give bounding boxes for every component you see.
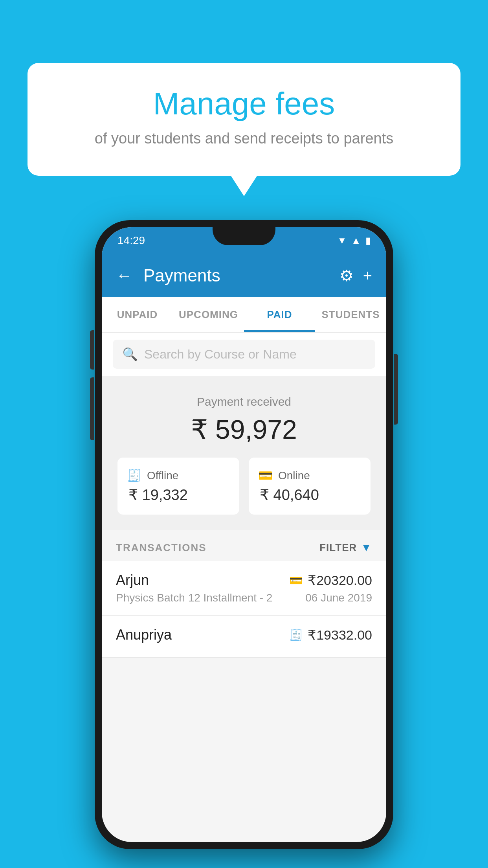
signal-icon: ▲ [351,235,361,246]
phone-mockup: 14:29 ▼ ▲ ▮ ← Payments ⚙ + UNPAID [95,220,393,849]
transaction-amount: ₹19332.00 [308,627,372,643]
transaction-date: 06 June 2019 [305,592,372,604]
student-name: Arjun [116,572,149,588]
transaction-amount-wrap: 🧾 ₹19332.00 [289,627,372,643]
bubble-title: Manage fees [59,86,429,121]
online-amount: ₹ 40,640 [258,486,319,504]
online-card: 💳 Online ₹ 40,640 [249,458,371,515]
speech-bubble-wrapper: Manage fees of your students and send re… [28,63,460,176]
filter-button[interactable]: FILTER ▼ [319,541,372,554]
payment-summary: Payment received ₹ 59,972 🧾 Offline ₹ 19… [102,376,386,530]
offline-icon: 🧾 [127,469,141,482]
online-card-header: 💳 Online [258,469,310,482]
speech-bubble: Manage fees of your students and send re… [28,63,460,176]
search-placeholder: Search by Course or Name [144,347,297,362]
app-bar-actions: ⚙ + [339,267,372,285]
online-label: Online [278,469,310,482]
payment-total-amount: ₹ 59,972 [117,414,371,445]
side-button-right [394,354,398,425]
side-button-volume [90,377,94,440]
battery-icon: ▮ [365,235,371,246]
payment-cards: 🧾 Offline ₹ 19,332 💳 Online ₹ 40,640 [117,458,371,515]
side-button [90,330,94,370]
tab-upcoming[interactable]: UPCOMING [173,297,244,332]
tab-paid[interactable]: PAID [244,297,315,332]
status-icons: ▼ ▲ ▮ [337,235,371,246]
transaction-amount: ₹20320.00 [308,572,372,588]
course-name: Physics Batch 12 Installment - 2 [116,592,272,604]
wifi-icon: ▼ [337,235,347,246]
search-icon: 🔍 [122,347,138,362]
transactions-label: TRANSACTIONS [116,542,207,554]
offline-amount: ₹ 19,332 [127,486,188,504]
payment-received-label: Payment received [117,395,371,408]
phone-notch [213,227,275,245]
transaction-top: Arjun 💳 ₹20320.00 [116,572,372,588]
bubble-subtitle: of your students and send receipts to pa… [59,129,429,148]
settings-button[interactable]: ⚙ [339,267,354,285]
table-row[interactable]: Anupriya 🧾 ₹19332.00 [102,616,386,658]
credit-card-icon: 💳 [289,574,303,587]
transaction-bottom: Physics Batch 12 Installment - 2 06 June… [116,592,372,604]
student-name: Anupriya [116,627,172,643]
transaction-amount-wrap: 💳 ₹20320.00 [289,572,372,588]
transaction-top: Anupriya 🧾 ₹19332.00 [116,627,372,643]
filter-icon: ▼ [361,541,372,554]
tab-unpaid[interactable]: UNPAID [102,297,173,332]
offline-card: 🧾 Offline ₹ 19,332 [117,458,239,515]
back-button[interactable]: ← [116,266,132,285]
offline-card-header: 🧾 Offline [127,469,178,482]
table-row[interactable]: Arjun 💳 ₹20320.00 Physics Batch 12 Insta… [102,561,386,616]
phone-screen: 14:29 ▼ ▲ ▮ ← Payments ⚙ + UNPAID [102,227,386,842]
tab-students[interactable]: STUDENTS [315,297,386,332]
cash-icon: 🧾 [289,629,303,642]
add-button[interactable]: + [363,267,372,285]
offline-label: Offline [147,469,178,482]
search-box[interactable]: 🔍 Search by Course or Name [113,340,375,369]
status-time: 14:29 [117,234,145,247]
tabs-bar: UNPAID UPCOMING PAID STUDENTS [102,297,386,333]
transactions-header: TRANSACTIONS FILTER ▼ [102,530,386,561]
search-container: 🔍 Search by Course or Name [102,333,386,376]
filter-label: FILTER [319,542,357,554]
online-icon: 💳 [258,469,273,482]
app-title: Payments [143,266,328,285]
app-bar: ← Payments ⚙ + [102,254,386,297]
